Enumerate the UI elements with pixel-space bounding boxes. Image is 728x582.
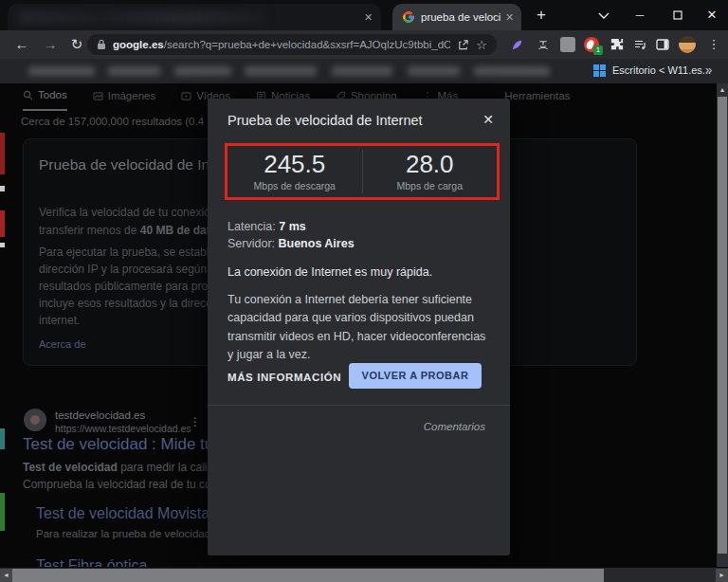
speed-highlight-box: 245.5 Mbps de descarga 28.0 Mbps de carg…	[225, 143, 500, 200]
bookmark-smudge[interactable]	[28, 66, 95, 76]
scroll-up-arrow[interactable]: ▲	[717, 84, 728, 96]
horizontal-scrollbar[interactable]: ◄ ►	[0, 567, 728, 582]
bookmarks-folder-label[interactable]: Escritorio < W11.es...	[612, 64, 711, 76]
latency-row: Latencia: 7 ms	[228, 220, 306, 233]
download-metric: 245.5 Mbps de descarga	[228, 146, 362, 197]
page-edge-thumbnail	[0, 243, 5, 247]
search-nav-item-imagenes[interactable]: Imágenes	[93, 90, 156, 110]
comments-link[interactable]: Comentarios	[424, 421, 485, 432]
bookmark-smudge[interactable]	[174, 66, 231, 76]
result-url[interactable]: https://www.testdevelocidad.es	[55, 423, 191, 434]
result-site-name[interactable]: testdevelocidad.es	[55, 409, 145, 421]
speed-test-dialog: Prueba de velocidad de Internet ✕ 245.5 …	[208, 99, 510, 555]
latency-value: 7 ms	[279, 220, 306, 233]
forward-button[interactable]: →	[40, 34, 61, 55]
page-edge-thumbnail	[0, 133, 5, 174]
browser-window: ✕ prueba de velocida ✕ + ─ ✕ ← →	[0, 0, 728, 582]
upload-label: Mbps de carga	[397, 180, 463, 191]
v-scroll-thumb[interactable]	[718, 97, 727, 554]
h-scroll-thumb[interactable]	[12, 569, 604, 582]
extension-feather-icon[interactable]	[508, 36, 525, 53]
about-link[interactable]: Acerca de	[39, 338, 86, 350]
url-path: /search?q=prueba+de+velocidad&sxsrf=AJOq…	[164, 39, 451, 50]
extension-red-icon[interactable]: 1	[584, 37, 599, 52]
page-edge-thumbnail	[0, 210, 5, 237]
result-more-icon[interactable]: ⋮	[190, 415, 201, 428]
description-text: Tu conexión a Internet debería tener suf…	[228, 291, 493, 365]
result-snippet: Para realizar la prueba de velocidad	[36, 528, 210, 539]
playlist-icon[interactable]	[631, 36, 648, 53]
search-icon	[23, 90, 33, 100]
extension-badge: 1	[593, 45, 603, 55]
extension-waves-icon[interactable]	[535, 36, 552, 53]
more-info-button[interactable]: MÁS INFORMACIÓN	[228, 372, 341, 383]
page-edge-thumbnail	[0, 428, 5, 449]
bookmark-smudge[interactable]	[108, 66, 160, 76]
scroll-left-arrow[interactable]: ◄	[0, 569, 12, 582]
featured-line: resultados públicamente para promo	[39, 280, 224, 293]
retry-button[interactable]: VOLVER A PROBAR	[349, 363, 482, 389]
active-tab[interactable]: prueba de velocida ✕	[392, 4, 521, 30]
featured-line: dirección IP y la procesará según su	[39, 263, 222, 276]
results-stats: Cerca de 157,000,000 resultados (0.4	[21, 116, 204, 127]
tab-search-chevron-icon[interactable]	[592, 4, 616, 27]
vertical-scrollbar[interactable]: ▲	[717, 83, 728, 567]
active-tab-title: prueba de velocida	[421, 11, 500, 23]
url-domain: google.es	[113, 39, 164, 50]
blurred-tab-content	[19, 11, 265, 24]
upload-value: 28.0	[406, 152, 454, 177]
minimize-button[interactable]: ─	[628, 4, 652, 27]
browser-menu-button[interactable]: ⋮	[703, 34, 724, 55]
download-value: 245.5	[264, 152, 325, 177]
blurred-tab[interactable]: ✕	[8, 4, 381, 30]
upload-metric: 28.0 Mbps de carga	[363, 146, 498, 197]
bookmark-star-icon[interactable]: ☆	[476, 38, 487, 52]
search-nav-item-herramientas[interactable]: Herramientas	[504, 90, 570, 110]
result-snippet: Test de velocidad para medir la calida	[23, 461, 220, 474]
page-edge-thumbnail	[0, 186, 5, 191]
featured-line: incluye esos resultados y la direcció	[39, 297, 220, 310]
tab-strip: ✕ prueba de velocida ✕ + ─ ✕	[0, 0, 728, 30]
omnibox[interactable]: google.es/search?q=prueba+de+velocidad&s…	[87, 34, 497, 55]
featured-line: Verifica la velocidad de tu conexión	[39, 206, 216, 219]
share-icon[interactable]	[457, 39, 469, 51]
download-label: Mbps de descarga	[254, 180, 336, 191]
dialog-title: Prueba de velocidad de Internet	[228, 113, 423, 128]
result-snippet: Comprueba la velocidad real de tu con	[23, 478, 217, 491]
featured-line: Para ejecutar la prueba, se establec	[39, 246, 221, 259]
bookmarks-overflow-chevron[interactable]: »	[705, 63, 712, 77]
dialog-close-icon[interactable]: ✕	[479, 110, 498, 129]
videos-icon	[181, 91, 191, 101]
reload-button[interactable]: ↻	[66, 34, 87, 55]
server-value: Buenos Aires	[279, 237, 355, 250]
extension-gray-icon[interactable]	[559, 36, 576, 53]
server-row: Servidor: Buenos Aires	[228, 237, 355, 250]
featured-line: internet.	[39, 314, 80, 327]
new-tab-button[interactable]: +	[531, 5, 552, 26]
back-button[interactable]: ←	[11, 34, 32, 55]
bookmark-smudge[interactable]	[408, 66, 460, 76]
maximize-button[interactable]	[665, 4, 690, 27]
result-title[interactable]: Test de velocidad : Mide tu	[23, 435, 213, 454]
bookmark-smudge[interactable]	[245, 66, 317, 76]
profile-avatar[interactable]	[679, 36, 696, 53]
dialog-divider	[208, 405, 510, 406]
result-title[interactable]: Test de velocidad Movista	[36, 505, 209, 522]
scroll-right-arrow[interactable]: ►	[716, 569, 728, 582]
side-panel-icon[interactable]	[654, 36, 671, 53]
close-button[interactable]: ✕	[700, 4, 724, 27]
tab-close-icon[interactable]: ✕	[361, 10, 375, 25]
extensions-puzzle-icon[interactable]	[609, 36, 626, 53]
bookmark-smudge[interactable]	[332, 66, 392, 76]
bookmark-smudge[interactable]	[474, 66, 550, 76]
verdict-text: La conexión de Internet es muy rápida.	[228, 265, 432, 279]
url-text: google.es/search?q=prueba+de+velocidad&s…	[113, 39, 450, 50]
active-tab-close-icon[interactable]: ✕	[502, 10, 517, 25]
windows-logo-icon	[593, 64, 606, 77]
search-nav-item-todos[interactable]: Todos	[23, 89, 67, 111]
featured-line: transferir menos de 40 MB de datos	[39, 224, 224, 237]
page-edge-thumbnail	[0, 493, 5, 531]
result-favicon	[24, 409, 46, 431]
lock-icon	[97, 39, 106, 50]
navigation-toolbar: ← → ↻ google.es/search?q=prueba+de+veloc…	[0, 30, 728, 59]
